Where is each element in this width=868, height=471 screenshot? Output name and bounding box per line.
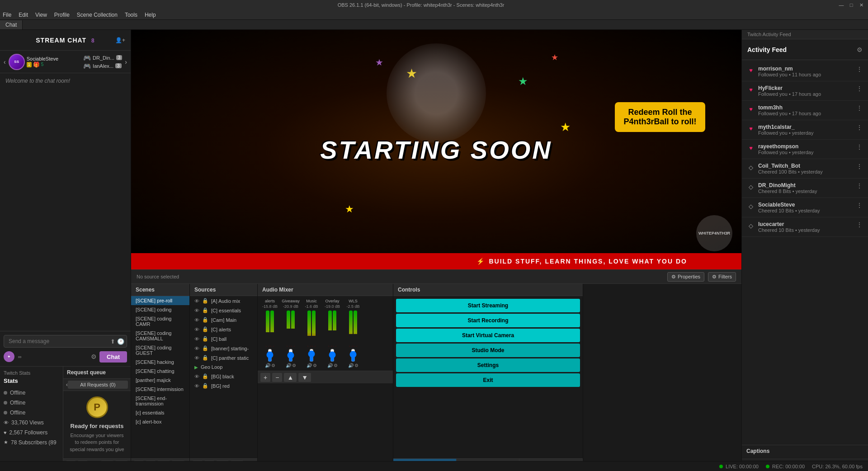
activity-settings-icon[interactable]: ⚙ <box>857 46 863 53</box>
eye-icon-9[interactable]: 👁 <box>194 374 199 379</box>
properties-icon: ⚙ <box>671 274 676 280</box>
chat-tab[interactable]: Chat <box>0 20 23 29</box>
feed-menu-5[interactable]: ⋮ <box>856 143 863 151</box>
source-item-10[interactable]: 👁 🔒 [BG] red <box>190 381 257 391</box>
menu-profile[interactable]: Profile <box>54 12 70 18</box>
menu-edit[interactable]: Edit <box>19 12 28 18</box>
feed-menu-6[interactable]: ⋮ <box>856 163 863 170</box>
start-recording-button[interactable]: Start Recording <box>396 314 580 327</box>
source-item-6[interactable]: 👁 🔒 [banner] starting- <box>190 344 257 353</box>
volume-slider-4[interactable] <box>323 349 341 362</box>
feed-menu-9[interactable]: ⋮ <box>856 221 863 228</box>
scene-item-7[interactable]: [SCENE] chatting <box>131 367 189 376</box>
settings-icon-2[interactable]: ⚙ <box>292 363 296 368</box>
feed-menu-8[interactable]: ⋮ <box>856 202 863 209</box>
minimize-button[interactable]: — <box>838 2 844 8</box>
source-item-8[interactable]: ▶ Geo Loop <box>190 363 257 372</box>
eye-icon-6[interactable]: 👁 <box>194 346 199 351</box>
menubar: File Edit View Profile Scene Collection … <box>0 10 868 20</box>
start-virtual-camera-button[interactable]: Start Virtual Camera <box>396 329 580 342</box>
studio-mode-button[interactable]: Studio Mode <box>396 344 580 357</box>
channel-name-5: WLS <box>344 299 363 303</box>
chat-settings-button[interactable]: ⚙ <box>91 353 97 360</box>
source-item-1[interactable]: 👁 🔒 [A] Audio mix <box>190 296 257 306</box>
menu-view[interactable]: View <box>35 12 47 18</box>
filters-icon: ⚙ <box>712 274 717 280</box>
mixer-remove-button[interactable]: − <box>272 373 282 382</box>
menu-tools[interactable]: Tools <box>125 12 137 18</box>
menu-help[interactable]: Help <box>145 12 156 18</box>
upload-icon[interactable]: ⬆ <box>110 338 115 344</box>
emoji-icon[interactable]: 🕐 <box>117 338 124 344</box>
message-input[interactable] <box>4 335 127 348</box>
scene-item-12[interactable]: [c] alert-box <box>131 417 189 426</box>
eye-icon-1[interactable]: 👁 <box>194 298 199 304</box>
scene-item-5[interactable]: [SCENE] coding GUEST <box>131 343 189 358</box>
volume-slider-3[interactable] <box>302 349 321 362</box>
scene-item-11[interactable]: [c] essentials <box>131 408 189 417</box>
mute-icon-5[interactable]: 🔊 <box>348 363 354 368</box>
scene-item-8[interactable]: [panther] majick <box>131 376 189 385</box>
feed-menu-2[interactable]: ⋮ <box>856 85 863 92</box>
manage-chat-icon[interactable]: 👤+ <box>115 37 125 43</box>
mute-icon-3[interactable]: 🔊 <box>307 363 312 368</box>
volume-slider-2[interactable] <box>282 349 300 362</box>
eye-icon-10[interactable]: 👁 <box>194 383 199 389</box>
scene-item-1[interactable]: [SCENE] pre-roll <box>131 296 189 305</box>
eye-icon-2[interactable]: 👁 <box>194 308 199 313</box>
chat-send-button[interactable]: Chat <box>99 351 127 363</box>
volume-slider-1[interactable] <box>261 349 279 362</box>
status-bar: LIVE: 00:00:00 REC: 00:00:00 CPU: 26.3%,… <box>0 461 868 471</box>
source-item-2[interactable]: 👁 🔒 [C] essentials <box>190 306 257 315</box>
scene-item-2[interactable]: [SCENE] coding <box>131 305 189 314</box>
feed-menu-3[interactable]: ⋮ <box>856 104 863 112</box>
menu-scene-collection[interactable]: Scene Collection <box>77 12 118 18</box>
feed-action-9: Cheered 10 Bits • yesterday <box>758 227 853 233</box>
source-item-7[interactable]: 👁 🔒 [C] panther static <box>190 353 257 363</box>
source-item-9[interactable]: 👁 🔒 [BG] black <box>190 372 257 381</box>
filters-button[interactable]: ⚙ Filters <box>708 272 736 282</box>
request-queue-tabs: ‹ All Requests (0) <box>63 379 131 391</box>
feed-name-6: Coil_Twitch_Bot <box>758 163 853 169</box>
settings-icon-3[interactable]: ⚙ <box>313 363 317 368</box>
feed-menu-1[interactable]: ⋮ <box>856 66 863 73</box>
feed-menu-7[interactable]: ⋮ <box>856 182 863 189</box>
source-item-3[interactable]: 👁 🔒 [Cam] Main <box>190 315 257 325</box>
volume-slider-5[interactable] <box>344 349 362 362</box>
settings-icon-1[interactable]: ⚙ <box>271 363 275 368</box>
properties-button[interactable]: ⚙ Properties <box>667 272 704 282</box>
scene-item-10[interactable]: [SCENE] end-transmission <box>131 394 189 408</box>
feed-menu-4[interactable]: ⋮ <box>856 124 863 131</box>
mixer-add-button[interactable]: + <box>260 373 270 382</box>
eye-icon-5[interactable]: 👁 <box>194 336 199 342</box>
scene-item-4[interactable]: [SCENE] coding CAMSMALL <box>131 329 189 343</box>
settings-button[interactable]: Settings <box>396 358 580 372</box>
eye-icon-7[interactable]: 👁 <box>194 355 199 361</box>
sub-user-2-badge: 3 <box>115 63 122 68</box>
eye-icon-3[interactable]: 👁 <box>194 317 199 323</box>
mixer-down-button[interactable]: ▼ <box>298 373 311 382</box>
all-requests-tab[interactable]: All Requests (0) <box>68 381 128 389</box>
settings-icon-4[interactable]: ⚙ <box>334 363 338 368</box>
mute-icon-1[interactable]: 🔊 <box>265 363 270 368</box>
scene-item-6[interactable]: [SCENE] hacking <box>131 358 189 367</box>
mixer-up-button[interactable]: ▲ <box>284 373 297 382</box>
scene-item-9[interactable]: [SCENE] intermission <box>131 385 189 394</box>
exit-button[interactable]: Exit <box>396 373 580 387</box>
close-button[interactable]: ✕ <box>858 2 864 8</box>
settings-icon-5[interactable]: ⚙ <box>354 363 359 368</box>
source-item-4[interactable]: 👁 🔒 [C] alerts <box>190 325 257 334</box>
mute-icon-2[interactable]: 🔊 <box>286 363 291 368</box>
feed-action-3: Followed you • 17 hours ago <box>758 111 853 116</box>
mute-icon-4[interactable]: 🔊 <box>327 363 333 368</box>
maximize-button[interactable]: □ <box>848 2 854 8</box>
users-next-button[interactable]: › <box>125 58 127 66</box>
scene-item-3[interactable]: [SCENE] coding CAMR <box>131 314 189 329</box>
start-streaming-button[interactable]: Start Streaming <box>396 299 580 312</box>
eye-icon-4[interactable]: 👁 <box>194 327 199 332</box>
users-prev-button[interactable]: ‹ <box>4 58 6 66</box>
menu-file[interactable]: File <box>3 12 11 18</box>
source-item-5[interactable]: 👁 🔒 [C] ball <box>190 334 257 344</box>
message-input-wrapper: ⬆ 🕐 <box>4 335 127 348</box>
twitch-activity-section-label: Twitch Activity Feed <box>742 30 868 39</box>
